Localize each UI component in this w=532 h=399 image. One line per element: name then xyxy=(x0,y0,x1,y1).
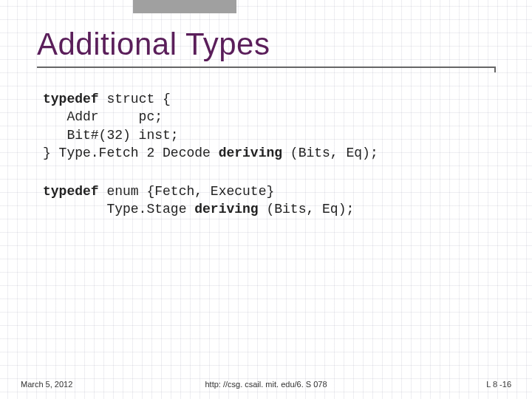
keyword-typedef: typedef xyxy=(43,92,99,106)
title-underline xyxy=(37,66,495,68)
code-text: Bit#(32) inst; xyxy=(43,128,179,143)
code-block-enum: typedef enum {Fetch, Execute} Type.Stage… xyxy=(43,183,502,219)
footer-url: http: //csg. csail. mit. edu/6. S 078 xyxy=(205,380,327,389)
code-block-struct: typedef struct { Addr pc; Bit#(32) inst;… xyxy=(43,90,502,162)
keyword-deriving: deriving xyxy=(219,146,282,160)
keyword-deriving: deriving xyxy=(194,202,258,216)
code-text: Type.Stage xyxy=(43,202,194,216)
footer-page: L 8 -16 xyxy=(486,380,511,389)
code-text: } Type.Fetch 2 Decode xyxy=(43,146,219,160)
code-text: (Bits, Eq); xyxy=(259,202,355,216)
slide-title: Additional Types xyxy=(37,27,495,66)
top-notch-decoration xyxy=(133,0,236,13)
underline-corner xyxy=(490,66,496,72)
code-text: Addr pc; xyxy=(43,109,163,124)
footer-date: March 5, 2012 xyxy=(21,380,72,389)
title-area: Additional Types xyxy=(37,27,495,68)
code-text: enum {Fetch, Execute} xyxy=(99,184,275,199)
code-text: struct { xyxy=(99,92,171,106)
code-text: (Bits, Eq); xyxy=(282,146,378,160)
keyword-typedef: typedef xyxy=(43,184,99,199)
code-area: typedef struct { Addr pc; Bit#(32) inst;… xyxy=(43,90,502,239)
